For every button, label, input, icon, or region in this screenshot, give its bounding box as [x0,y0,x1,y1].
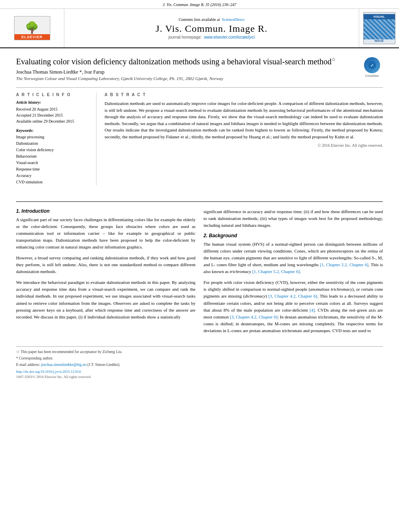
article-content: Evaluating color vision deficiency dalto… [0,48,399,201]
journal-header: 🌳 ELSEVIER Contents lists available at S… [0,9,399,48]
section2-p2: For people with color vision deficiency … [204,279,383,334]
keyword-4: Behaviorism [16,153,90,160]
footer-email-line: E-mail address: joschua.simonliedtke@hig… [16,362,383,368]
available-date: Available online 29 December 2015 [16,118,90,124]
keyword-2: Daltonization [16,140,90,147]
footer-doi: http://dx.doi.org/10.1016/j.jvcir.2015.1… [16,369,383,375]
copyright: © 2016 Elsevier Inc. All rights reserved… [105,143,383,148]
section2-p1: The human visual system (HVS) of a norma… [204,241,383,275]
journal-homepage: journal homepage: www.elsevier.com/locat… [169,35,255,39]
section1-p1: A significant part of our society faces … [16,216,195,251]
keyword-1: Image processing [16,134,90,140]
crossmark: ✓ CrossMark [361,56,383,78]
crossmark-label: CrossMark [365,74,379,78]
body-col-right: significant difference in accuracy and/o… [204,208,383,338]
footer-content: ☆ This paper has been recommended for ac… [0,347,399,383]
section1-title: 1. Introduction [16,208,195,214]
elsevier-logo-area: 🌳 ELSEVIER [0,9,64,47]
footer-email-link[interactable]: joschua.simonliedtke@hig.no [41,363,86,367]
abstract-text: Daltonization methods are used to automa… [105,100,383,140]
journal-header-center: Contents lists available at ScienceDirec… [64,9,359,47]
tree-icon: 🌳 [25,22,39,33]
keyword-7: Accuracy [16,173,90,179]
vi-bottom-label: IMAGE [374,39,384,42]
vi-top-label: VISUAL [364,14,395,19]
received-date: Received 20 August 2015 [16,106,90,112]
article-title-container: Evaluating color vision deficiency dalto… [16,56,383,67]
keyword-5: Visual-search [16,160,90,166]
ref-3: [3, Chapter 4.2, Chapter 6] [268,294,317,298]
email-label: E-mail address: [16,363,40,367]
accepted-date: Accepted 21 December 2015 [16,112,90,118]
keywords-label: Keywords: [16,128,90,133]
sciencedirect-link: Contents lists available at ScienceDirec… [179,17,245,22]
ref-1: [1, Chapter 2.2, Chapter 6] [320,262,368,267]
elsevier-logo: 🌳 ELSEVIER [14,16,50,40]
keyword-3: Color vision deficiency [16,147,90,153]
section2-title: 2. Background [204,233,383,238]
logo-image: 🌳 ELSEVIER [14,16,50,40]
journal-header-right: VISUAL IMAGE [359,9,399,47]
anomalous-term: anomalous trichromacy [310,287,352,292]
article-history-label: Article history: [16,100,90,105]
doi-link[interactable]: http://dx.doi.org/10.1016/j.jvcir.2015.1… [16,370,81,374]
body-col-left: 1. Introduction A significant part of ou… [16,208,195,338]
ref-2: [1, Chapter 5.2, Chapter 6] [252,269,300,274]
keyword-8: CVD simulation [16,179,90,185]
title-star: ☆ [331,57,336,62]
body-content: 1. Introduction A significant part of ou… [0,202,399,346]
article-info-label: A R T I C L E I N F O [16,92,90,97]
page: J. Vis. Commun. Image R. 35 (2016) 236–2… [0,0,399,532]
article-info-abstract: A R T I C L E I N F O Article history: R… [16,87,383,185]
ref-4: [4] [310,308,315,312]
section1-p2: However, a broad survey comparing and ra… [16,255,195,275]
footer-note1: ☆ This paper has been recommended for ac… [16,349,383,355]
sciencedirect-anchor[interactable]: ScienceDirect [222,17,245,22]
abstract-label: A B S T R A C T [105,92,383,97]
elsevier-text: ELSEVIER [14,34,50,40]
homepage-link[interactable]: www.elsevier.com/locate/jvci [204,35,255,39]
abstract-col: A B S T R A C T Daltonization methods ar… [105,92,383,185]
email-credit: (J.T. Simon-Liedtke). [87,363,120,367]
article-title-text: Evaluating color vision deficiency dalto… [16,57,331,66]
crossmark-letter: ✓ [370,63,374,68]
dichromacy-term: dichromacy [245,294,265,298]
article-authors: Joschua Thomas Simon-Liedtke *, Ivar Far… [16,69,383,75]
trichromacy-term: trichromacy [230,269,251,274]
vi-pixels [364,19,395,39]
journal-title: J. Vis. Commun. Image R. [156,23,267,34]
footer-note2: * Corresponding author. [16,355,383,361]
ref-5: [3, Chapter 4.2, Chapter 6] [230,314,278,319]
article-affiliation: The Norwegian Colour and Visual Computin… [16,76,383,81]
top-citation: J. Vis. Commun. Image R. 35 (2016) 236–2… [0,0,399,9]
section1-col2: significant difference in accuracy and/o… [204,208,383,229]
footer-issn: 1047-3203/© 2016 Elsevier Inc. All right… [16,374,383,380]
crossmark-svg: ✓ [367,60,377,70]
visual-image-box: VISUAL IMAGE [363,12,395,44]
crossmark-icon: ✓ [364,57,380,73]
keyword-6: Response time [16,166,90,173]
article-info-col: A R T I C L E I N F O Article history: R… [16,92,97,185]
section1-p3: We introduce the behavioral paradigm to … [16,279,195,320]
